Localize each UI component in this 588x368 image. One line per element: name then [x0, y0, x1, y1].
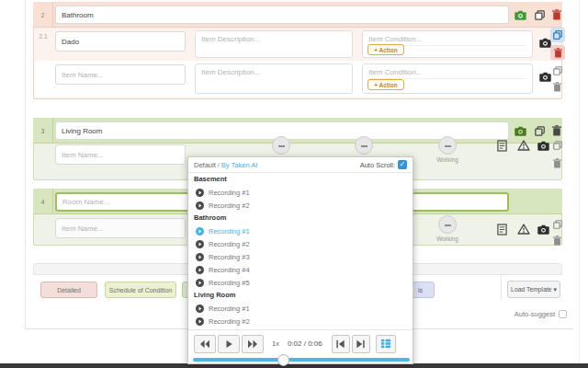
recording-item-label: Recording #4: [209, 266, 250, 274]
button-label: Detailed: [57, 287, 81, 293]
view-default-link[interactable]: Default: [194, 161, 216, 169]
progress-thumb[interactable]: [277, 354, 289, 366]
item-name-input[interactable]: [55, 144, 186, 165]
load-template-button[interactable]: Load Template ▾: [507, 281, 560, 298]
item-warning-button[interactable]: [516, 223, 530, 236]
play-circle-icon: [196, 305, 204, 313]
play-circle-icon: [196, 317, 204, 326]
add-action-label: + Action: [374, 82, 398, 88]
previous-icon: [335, 339, 345, 349]
delete-room-button[interactable]: [550, 8, 563, 21]
delete-item-button[interactable]: [551, 81, 563, 93]
button-label: Schedule of Condition: [109, 287, 173, 293]
play-circle-icon: [196, 189, 204, 197]
recording-item-active[interactable]: Recording #1: [188, 224, 413, 237]
recording-item[interactable]: Recording #1: [188, 186, 413, 199]
camera-icon: [537, 141, 549, 151]
play-circle-icon: [196, 227, 204, 236]
note-icon: [497, 224, 507, 236]
room-name-input[interactable]: [55, 6, 509, 24]
view-by-taken-at-link[interactable]: By Taken At: [221, 161, 257, 169]
delete-item-button[interactable]: [551, 235, 563, 247]
play-circle-icon: [196, 201, 204, 210]
room-number: 4: [41, 199, 45, 205]
item-photo-button[interactable]: [537, 139, 549, 152]
add-action-button[interactable]: + Action: [368, 44, 404, 55]
item-description-field[interactable]: Item Description...: [195, 30, 353, 58]
recording-item[interactable]: Recording #4: [188, 263, 413, 276]
duplicate-item-button[interactable]: [551, 139, 563, 151]
duplicate-item-button[interactable]: [551, 64, 563, 76]
collapsed-status-button[interactable]: [438, 215, 457, 234]
button-label: ls: [418, 287, 423, 293]
playlist-icon: [380, 339, 391, 349]
status-label: Working: [429, 236, 466, 242]
recording-item-label: Recording #5: [209, 279, 250, 287]
add-action-button[interactable]: + Action: [368, 79, 404, 90]
warning-icon: [517, 140, 530, 151]
collapsed-description-button[interactable]: [272, 136, 290, 155]
item-photo-button[interactable]: [538, 36, 551, 49]
play-circle-icon: [196, 266, 204, 274]
recording-item[interactable]: Recording #3: [188, 250, 413, 263]
item-name-input[interactable]: [55, 31, 186, 52]
progress-bar[interactable]: [193, 358, 410, 362]
rewind-button[interactable]: [194, 335, 216, 353]
add-photo-button[interactable]: [514, 8, 526, 21]
new-item-description-field[interactable]: Item Description...: [195, 63, 353, 94]
room-number: 2: [41, 12, 45, 18]
playback-speed-label: 1x: [272, 339, 279, 348]
trash-icon: [553, 82, 561, 92]
previous-recording-button[interactable]: [332, 335, 350, 353]
fast-forward-icon: [247, 339, 258, 349]
report-type-detailed-button[interactable]: Detailed: [40, 282, 97, 298]
panel-right-border: [579, 0, 580, 364]
recording-item[interactable]: Recording #2: [188, 199, 413, 212]
item-name-input[interactable]: [55, 218, 186, 238]
recordings-player-popup: Default / By Taken At Auto Scroll: Basem…: [187, 156, 413, 364]
collapsed-condition-button[interactable]: [355, 136, 373, 155]
duplicate-item-button[interactable]: [550, 28, 565, 42]
recording-item[interactable]: Recording #2: [188, 237, 413, 250]
auto-scroll-checkbox[interactable]: [398, 160, 407, 169]
status-label: Working: [429, 156, 466, 163]
fast-forward-button[interactable]: [242, 335, 264, 353]
trash-icon: [553, 236, 561, 246]
recording-item-label: Recording #1: [209, 189, 250, 197]
item-condition-placeholder: Item Condition...: [368, 35, 422, 43]
delete-item-button[interactable]: [551, 157, 563, 169]
panel-left-border: [25, 0, 26, 329]
delete-item-button[interactable]: [550, 45, 565, 60]
recordings-list: Basement Recording #1 Recording #2 Bathr…: [188, 173, 413, 329]
delete-room-button[interactable]: [550, 124, 563, 137]
recording-item[interactable]: Recording #1: [188, 302, 413, 315]
item-notes-button[interactable]: [496, 139, 508, 152]
recording-item-label: Recording #1: [209, 305, 250, 313]
add-photo-button[interactable]: [514, 124, 526, 137]
recording-item-label: Recording #2: [209, 201, 250, 210]
report-type-schedule-button[interactable]: Schedule of Condition: [105, 282, 176, 298]
collapsed-status-button[interactable]: [438, 136, 457, 155]
duplicate-item-button[interactable]: [551, 218, 563, 230]
play-button[interactable]: [218, 335, 240, 353]
playlist-toggle-button[interactable]: [376, 335, 396, 353]
item-warning-button[interactable]: [516, 139, 530, 152]
item-photo-button[interactable]: [538, 70, 551, 83]
next-recording-button[interactable]: [352, 335, 370, 353]
duplicate-room-button[interactable]: [533, 124, 546, 137]
app-root: 2 2.1 Item Description... Item Condition…: [0, 0, 588, 368]
add-action-label: + Action: [374, 47, 398, 53]
player-controls: 1x 0:02 / 0:06: [188, 329, 413, 357]
recording-group-header: Bathroom: [188, 212, 413, 224]
auto-suggest-checkbox[interactable]: [559, 310, 567, 318]
new-item-name-input[interactable]: [55, 64, 186, 85]
recording-item[interactable]: Recording #2: [188, 315, 413, 328]
item-notes-button[interactable]: [496, 223, 508, 236]
room-number-cell: 3: [33, 118, 53, 144]
camera-icon: [514, 10, 526, 20]
item-condition-placeholder: Item Condition...: [368, 68, 422, 76]
item-photo-button[interactable]: [537, 223, 549, 236]
duplicate-room-button[interactable]: [533, 8, 546, 21]
recording-item[interactable]: Recording #5: [188, 276, 413, 289]
item-number: 2.1: [33, 33, 53, 40]
